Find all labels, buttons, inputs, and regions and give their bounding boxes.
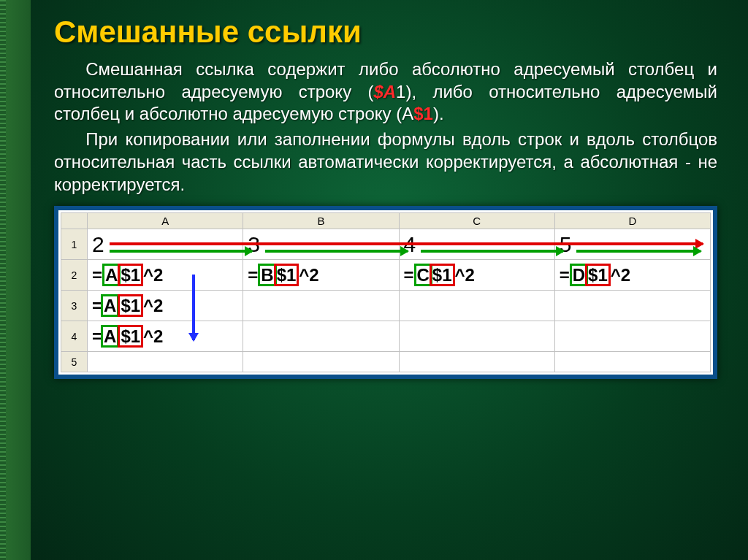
- cell-a3: =A$1^2: [88, 291, 243, 321]
- mixed-ref-col-abs: $A: [373, 82, 396, 101]
- green-arrow-seg-1: [110, 250, 252, 253]
- slide-title: Смешанные ссылки: [54, 15, 717, 50]
- suffix-a4: ^2: [143, 326, 163, 346]
- cell-c3: [399, 291, 554, 321]
- cell-c4: [399, 321, 554, 352]
- slide-sidebar: [0, 0, 31, 560]
- spreadsheet-table: A B C D 1 2 3 4 5 2 =A$1^2 =B$1^2: [61, 212, 711, 372]
- green-arrow-seg-3: [421, 250, 563, 253]
- eq-b2: =: [248, 265, 258, 285]
- header-row: A B C D: [61, 213, 711, 229]
- cell-a2: =A$1^2: [88, 260, 243, 291]
- col-header-b: B: [243, 213, 399, 229]
- cell-d2: =D$1^2: [554, 260, 710, 291]
- suffix-a3: ^2: [143, 296, 163, 315]
- cell-b4: [243, 321, 399, 352]
- cell-a5: [88, 352, 243, 372]
- mixed-ref-col-rel: A: [402, 104, 413, 123]
- blue-vertical-arrow: [192, 275, 195, 340]
- cell-d4: [554, 321, 710, 352]
- col-part-a4: A: [101, 325, 119, 348]
- col-header-c: C: [399, 213, 554, 229]
- row-header-2: 2: [61, 260, 88, 291]
- suffix-c2: ^2: [455, 265, 475, 285]
- cell-d3: [554, 291, 710, 321]
- green-arrow-seg-2: [265, 250, 408, 253]
- paragraph-2: При копировании или заполнении формулы в…: [54, 129, 717, 196]
- spreadsheet-illustration: A B C D 1 2 3 4 5 2 =A$1^2 =B$1^2: [54, 206, 717, 379]
- red-horizontal-arrow: [110, 242, 703, 245]
- eq-c2: =: [404, 265, 414, 285]
- row-header-3: 3: [61, 291, 88, 321]
- abs-part-c2: $1: [430, 264, 455, 286]
- row-header-5: 5: [61, 352, 88, 372]
- cell-b3: [243, 291, 399, 321]
- abs-part-d2: $1: [585, 264, 611, 286]
- row-header-4: 4: [61, 321, 88, 352]
- eq-d2: =: [560, 265, 570, 285]
- col-header-d: D: [554, 213, 710, 229]
- row-header-1: 1: [61, 229, 88, 260]
- sidebar-stripes: [0, 0, 6, 560]
- green-arrow-seg-4: [576, 250, 701, 253]
- cell-a4: =A$1^2: [88, 321, 243, 352]
- col-header-a: A: [88, 213, 243, 229]
- mixed-ref-row-rel: 1: [396, 82, 405, 101]
- col-part-a3: A: [101, 294, 119, 317]
- slide-content: Смешанные ссылки Смешанная ссылка содерж…: [31, 0, 748, 560]
- corner-cell: [61, 213, 88, 229]
- abs-part-a4: $1: [118, 325, 143, 348]
- abs-part-a3: $1: [118, 294, 143, 317]
- cell-c2: =C$1^2: [399, 260, 554, 291]
- paragraph-1: Смешанная ссылка содержит либо абсолютно…: [54, 58, 717, 126]
- abs-part-a2: $1: [118, 264, 143, 286]
- abs-part-b2: $1: [274, 264, 299, 286]
- cell-c5: [399, 352, 554, 372]
- cell-b2: =B$1^2: [243, 260, 399, 291]
- table-row-2: 2 =A$1^2 =B$1^2 =C$1^2 =D$1^2: [61, 260, 711, 291]
- value-a1: 2: [92, 232, 104, 256]
- suffix-a2: ^2: [143, 265, 163, 285]
- mixed-ref-row-abs: $1: [413, 104, 433, 123]
- suffix-d2: ^2: [611, 265, 630, 285]
- table-row-5: 5: [61, 352, 711, 372]
- para1-text-3: ).: [433, 104, 444, 123]
- table-row-3: 3 =A$1^2: [61, 291, 711, 321]
- eq-a2: =: [92, 265, 102, 285]
- cell-d5: [554, 352, 710, 372]
- cell-b5: [243, 352, 399, 372]
- table-row-4: 4 =A$1^2: [61, 321, 711, 352]
- suffix-b2: ^2: [299, 265, 318, 285]
